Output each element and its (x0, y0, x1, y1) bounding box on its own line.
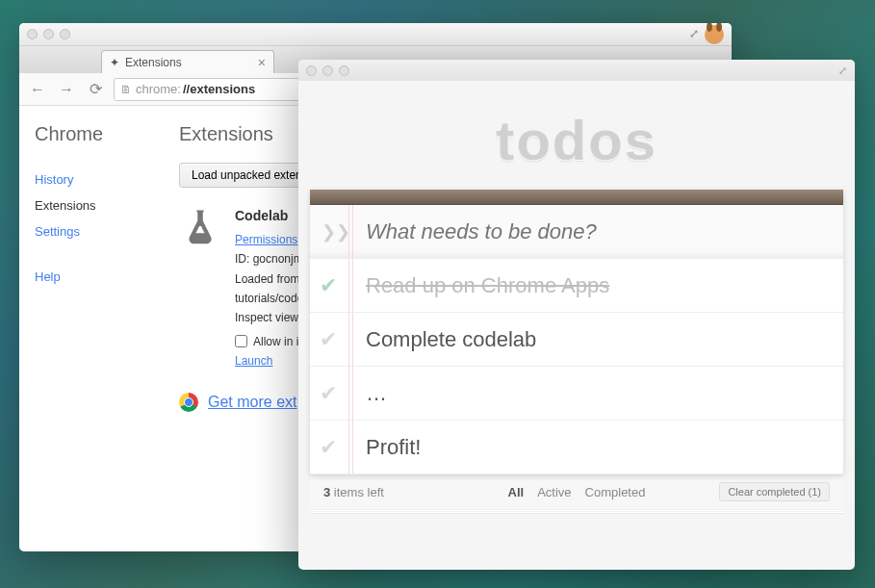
todo-logo: todos (298, 108, 855, 172)
permissions-link[interactable]: Permissions (235, 233, 297, 246)
sidebar-item-settings[interactable]: Settings (35, 218, 148, 244)
extension-details: Codelab Permissions ID: gocnonjm Loaded … (235, 205, 305, 371)
loaded-from-label: Loaded from: (235, 269, 305, 289)
todo-item: ✔ … (310, 367, 843, 421)
sidebar-item-history[interactable]: History (35, 166, 148, 192)
loaded-from-path: tutorials/code (235, 289, 305, 308)
new-todo-input[interactable] (366, 219, 828, 244)
chrome-brand: Chrome (35, 123, 148, 145)
check-icon[interactable]: ✔ (320, 381, 337, 406)
new-todo-row: ❯❯ (310, 205, 843, 259)
close-tab-icon[interactable]: × (258, 55, 266, 70)
fullscreen-icon[interactable]: ⤢ (838, 64, 847, 77)
zoom-traffic-light[interactable] (339, 65, 349, 76)
inspect-views-label: Inspect views (235, 308, 305, 327)
clear-completed-button[interactable]: Clear completed (1) (719, 482, 830, 501)
page-icon: 🗎 (120, 83, 132, 96)
url-path: //extensions (183, 82, 255, 96)
todo-count: 3 items left (323, 485, 384, 499)
todo-item-label[interactable]: Profit! (366, 435, 421, 460)
filter-completed[interactable]: Completed (585, 485, 646, 499)
get-more-extensions-link[interactable]: Get more ext (208, 394, 296, 411)
sidebar-item-extensions[interactable]: Extensions (35, 192, 148, 218)
browser-tab[interactable]: ✦ Extensions × (101, 50, 274, 73)
todo-band (310, 190, 843, 205)
todo-item-label[interactable]: … (366, 381, 387, 406)
allow-incognito-label: Allow in in (253, 332, 305, 351)
todo-item: ✔ Read up on Chrome Apps (310, 259, 843, 313)
check-icon[interactable]: ✔ (320, 435, 337, 460)
toggle-all-icon[interactable]: ❯❯ (322, 221, 350, 243)
filter-active[interactable]: Active (537, 485, 571, 499)
load-unpacked-button[interactable]: Load unpacked exten (179, 163, 315, 188)
todo-item: ✔ Complete codelab (310, 313, 843, 367)
todo-titlebar: ⤢ (298, 60, 855, 81)
filter-group: All Active Completed (508, 485, 646, 499)
zoom-traffic-light[interactable] (60, 29, 70, 39)
fullscreen-icon[interactable]: ⤢ (689, 27, 699, 40)
filter-all[interactable]: All (508, 485, 525, 499)
tab-title: Extensions (125, 56, 182, 69)
chrome-titlebar: ⤢ (19, 23, 732, 46)
extension-name: Codelab (235, 205, 305, 228)
todo-item-label[interactable]: Read up on Chrome Apps (366, 273, 609, 298)
chrome-sidebar: Chrome History Extensions Settings Help (19, 106, 164, 551)
back-button[interactable]: ← (27, 79, 48, 100)
url-scheme: chrome: (136, 82, 181, 96)
close-traffic-light[interactable] (306, 65, 317, 76)
profile-avatar-icon[interactable] (705, 25, 724, 44)
launch-link[interactable]: Launch (235, 354, 272, 368)
chrome-logo-icon (179, 393, 198, 412)
todo-item-label[interactable]: Complete codelab (366, 327, 536, 352)
puzzle-icon: ✦ (110, 56, 119, 69)
extension-id: ID: gocnonjm (235, 249, 305, 268)
allow-incognito-checkbox[interactable] (235, 335, 247, 347)
reload-button[interactable]: ⟳ (85, 79, 106, 100)
check-icon[interactable]: ✔ (320, 273, 337, 298)
sidebar-item-help[interactable]: Help (35, 264, 148, 290)
minimize-traffic-light[interactable] (322, 65, 333, 76)
check-icon[interactable]: ✔ (320, 327, 337, 352)
todo-item: ✔ Profit! (310, 421, 843, 474)
todo-header: todos (298, 81, 855, 190)
close-traffic-light[interactable] (27, 29, 38, 39)
todo-footer: 3 items left All Active Completed Clear … (310, 474, 843, 509)
todo-card: ❯❯ ✔ Read up on Chrome Apps ✔ Complete c… (310, 190, 843, 474)
forward-button[interactable]: → (56, 79, 77, 100)
flask-icon (179, 205, 221, 371)
minimize-traffic-light[interactable] (43, 29, 54, 39)
todo-app-window: ⤢ todos ❯❯ ✔ Read up on Chrome Apps ✔ Co… (298, 60, 855, 570)
